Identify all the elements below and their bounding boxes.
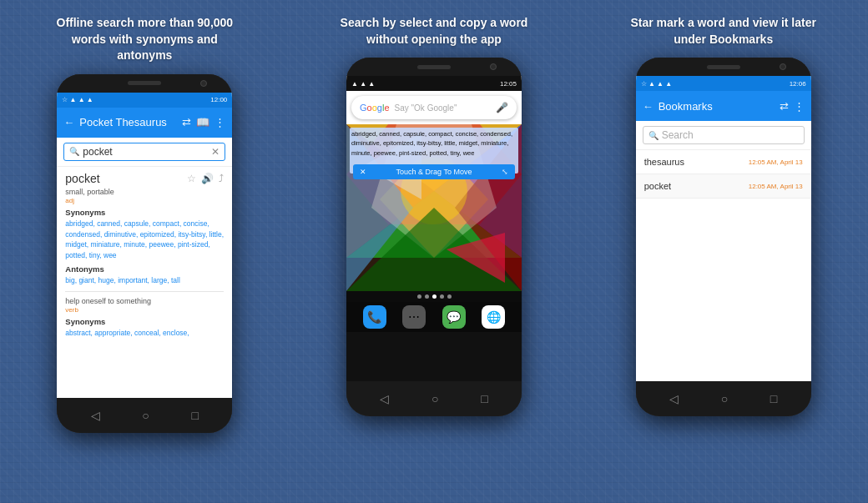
- back-icon-3[interactable]: ←: [643, 100, 654, 113]
- google-bar[interactable]: Google Say "Ok Google" 🎤: [351, 96, 517, 119]
- status-icon-3: ☆ ▲ ▲ ▲: [641, 80, 672, 88]
- bookmark-word-1: pocket: [644, 181, 671, 191]
- synonyms-text-1: abridged, canned, capsule, compact, conc…: [65, 219, 224, 261]
- bookmark-item-1[interactable]: pocket 12:05 AM, April 13: [636, 174, 811, 199]
- screen-1: ☆ ▲ ▲ ▲ 12:00 ← Pocket Thesaurus ⇄ 📖 ⋮ 🔍…: [57, 93, 232, 398]
- synonyms-label-1: Synonyms: [65, 208, 224, 217]
- phone-bottom-bar-1: ◁ ○ □: [57, 398, 232, 433]
- panel-2-caption: Search by select and copy a word without…: [317, 15, 551, 58]
- panel-3: Star mark a word and view it later under…: [578, 0, 868, 503]
- word-def-sub-1: small, portable: [65, 188, 224, 196]
- phone-1: ☆ ▲ ▲ ▲ 12:00 ← Pocket Thesaurus ⇄ 📖 ⋮ 🔍…: [57, 74, 232, 433]
- shuffle-icon[interactable]: ⇄: [182, 116, 191, 128]
- nav-back-1[interactable]: ◁: [91, 409, 100, 422]
- camera-1: [200, 80, 207, 87]
- dot-2: [425, 294, 429, 299]
- synonyms2-text-1: abstract, appropriate, conceal, enclose,: [65, 328, 224, 339]
- dock-chrome-icon[interactable]: 🌐: [482, 305, 505, 329]
- nav-home-2[interactable]: ○: [431, 392, 438, 405]
- nav-back-2[interactable]: ◁: [380, 392, 389, 405]
- nav-home-3[interactable]: ○: [721, 392, 728, 405]
- synonyms2-label-1: Synonyms: [65, 317, 224, 326]
- phone-3: ☆ ▲ ▲ ▲ 12:06 ← Bookmarks ⇄ ⋮ 🔍 Search t…: [636, 58, 811, 416]
- phone-bottom-bar-3: ◁ ○ □: [636, 381, 811, 416]
- dot-5: [447, 294, 452, 299]
- antonyms-text-1: big, giant, huge, important, large, tall: [65, 275, 224, 286]
- bookmark-open-icon[interactable]: 📖: [196, 116, 209, 128]
- home-dots: [346, 291, 522, 302]
- share-icon-1[interactable]: ⤴: [219, 173, 224, 184]
- tooltip-resize-icon[interactable]: ⤡: [502, 168, 508, 176]
- bookmark-item-0[interactable]: thesaurus 12:05 AM, April 13: [636, 150, 811, 174]
- status-time-1: 12:00: [210, 96, 227, 103]
- search-placeholder-3[interactable]: Search: [662, 129, 799, 141]
- nav-home-1[interactable]: ○: [142, 409, 149, 422]
- word-pos-1: adj: [65, 197, 224, 204]
- bookmark-word-0: thesaurus: [644, 157, 684, 167]
- app-toolbar-1: ← Pocket Thesaurus ⇄ 📖 ⋮: [57, 108, 232, 138]
- word-pos2-1: verb: [65, 306, 224, 314]
- mic-icon[interactable]: 🎤: [496, 102, 508, 113]
- search-text-1[interactable]: pocket: [83, 146, 208, 158]
- status-bar-1: ☆ ▲ ▲ ▲ 12:00: [57, 93, 232, 108]
- star-icon-1[interactable]: ☆: [187, 173, 196, 184]
- word-def2-sub-1: help oneself to something: [65, 297, 224, 305]
- bookmark-time-1: 12:05 AM, April 13: [749, 183, 803, 190]
- dot-1: [417, 294, 421, 299]
- google-bar-text: Say "Ok Google": [395, 103, 491, 113]
- phone-top-bar-2: [346, 58, 522, 76]
- search-icon-1: 🔍: [69, 147, 79, 156]
- nav-recent-2[interactable]: □: [481, 392, 487, 405]
- dock-apps-icon[interactable]: ⋯: [402, 305, 426, 329]
- nav-recent-3[interactable]: □: [770, 392, 777, 405]
- search-icon-3: 🔍: [648, 131, 659, 140]
- phone-top-bar-1: [57, 74, 232, 93]
- bookmarks-list: thesaurus 12:05 AM, April 13 pocket 12:0…: [636, 150, 811, 381]
- android-home: ✕ Touch & Drag To Move ⤡: [346, 124, 522, 381]
- phone-top-bar-3: [636, 58, 811, 76]
- floating-tooltip[interactable]: ✕ Touch & Drag To Move ⤡: [353, 164, 515, 179]
- screen-2: ▲ ▲ ▲ 12:05 Google Say "Ok Google" 🎤 ✕ T…: [346, 76, 522, 381]
- app-title-1: Pocket Thesaurus: [79, 116, 177, 128]
- speaker-2: [417, 65, 451, 69]
- nav-back-3[interactable]: ◁: [669, 392, 679, 405]
- panel-3-caption: Star mark a word and view it later under…: [607, 15, 840, 58]
- speaker-3: [707, 65, 740, 69]
- status-bar-2: ▲ ▲ ▲ 12:05: [346, 76, 522, 91]
- divider-1: [65, 291, 224, 292]
- search-bar-3: 🔍 Search: [636, 121, 811, 150]
- tooltip-x-icon: ✕: [360, 168, 366, 176]
- bookmark-time-0: 12:05 AM, April 13: [749, 158, 803, 166]
- status-icon-wifi: ☆ ▲ ▲ ▲: [62, 96, 93, 103]
- antonyms-label-1: Antonyms: [65, 264, 224, 274]
- dot-4: [440, 294, 444, 299]
- dock-phone-icon[interactable]: 📞: [363, 305, 386, 329]
- clear-icon-1[interactable]: ✕: [211, 146, 220, 158]
- tooltip-text: Touch & Drag To Move: [396, 168, 472, 176]
- app-title-3: Bookmarks: [659, 100, 775, 113]
- nav-recent-1[interactable]: □: [192, 409, 199, 422]
- camera-2: [490, 63, 497, 70]
- dock-msg-icon[interactable]: 💬: [442, 305, 466, 329]
- art-svg: abridged, canned, capsule, compact, conc…: [346, 124, 522, 291]
- home-dock: 📞 ⋯ 💬 🌐: [346, 302, 522, 332]
- back-icon-1[interactable]: ←: [63, 116, 74, 128]
- search-input-row-1[interactable]: 🔍 pocket ✕: [63, 143, 225, 161]
- status-time-3: 12:06: [790, 80, 806, 88]
- status-bar-3: ☆ ▲ ▲ ▲ 12:06: [636, 76, 811, 91]
- google-logo: Google: [360, 103, 390, 113]
- word-content-1: pocket ☆ 🔊 ⤴ small, portable adj Synonym…: [57, 167, 232, 398]
- status-icon-2: ▲ ▲ ▲: [351, 80, 375, 88]
- audio-icon-1[interactable]: 🔊: [201, 173, 214, 184]
- more-icon-3[interactable]: ⋮: [794, 100, 805, 113]
- speaker-1: [128, 81, 161, 85]
- search-bar-1: 🔍 pocket ✕: [57, 138, 232, 167]
- app-toolbar-3: ← Bookmarks ⇄ ⋮: [636, 91, 811, 121]
- shuffle-icon-3[interactable]: ⇄: [780, 100, 789, 113]
- panel-1: Offline search more than 90,000 words wi…: [0, 0, 290, 503]
- panel-2: Search by select and copy a word without…: [290, 0, 579, 503]
- phone-bottom-bar-2: ◁ ○ □: [346, 381, 522, 416]
- more-icon-1[interactable]: ⋮: [214, 116, 225, 128]
- status-time-2: 12:05: [500, 80, 517, 88]
- search-input-row-3[interactable]: 🔍 Search: [643, 126, 805, 144]
